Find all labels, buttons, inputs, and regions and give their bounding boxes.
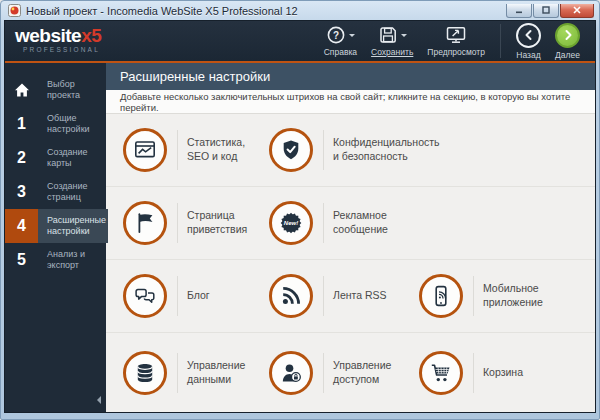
section-advertising-message[interactable]: New! Рекламное сообщение <box>269 201 419 245</box>
sidebar-collapse-icon[interactable] <box>93 396 101 404</box>
page-description: Добавьте несколько заключительных штрихо… <box>106 90 595 114</box>
grid-row: Управление данными <box>106 333 595 412</box>
page-title: Расширенные настройки <box>106 63 595 90</box>
new-badge-text: New! <box>284 220 298 226</box>
new-badge-icon: New! <box>269 201 313 245</box>
user-lock-icon <box>269 351 313 395</box>
item-divider <box>323 353 324 393</box>
item-divider <box>473 276 474 316</box>
database-icon <box>123 351 167 395</box>
section-rss-feed[interactable]: Лента RSS <box>269 274 419 318</box>
sidebar-item-step5[interactable]: 5 Анализ и экспорт <box>5 243 106 277</box>
item-divider <box>177 276 178 316</box>
sidebar-item-label: Выбор проекта <box>38 73 106 107</box>
section-label: Конфиденциальность и безопасность <box>333 136 425 163</box>
sidebar-item-step2[interactable]: 2 Создание карты <box>5 141 106 175</box>
section-blog[interactable]: Блог <box>123 274 269 318</box>
item-divider <box>323 203 324 243</box>
logo-tagline: PROFESSIONAL <box>23 47 101 54</box>
section-label: Блог <box>187 289 269 303</box>
save-label: Сохранить <box>371 47 413 57</box>
preview-button[interactable]: Предпросмотр <box>427 25 485 57</box>
app-icon <box>8 4 21 17</box>
preview-label: Предпросмотр <box>427 47 485 57</box>
minimize-icon <box>515 6 523 14</box>
section-data-management[interactable]: Управление данными <box>123 351 269 395</box>
brand-logo: websitex5 PROFESSIONAL <box>15 26 101 54</box>
save-button[interactable]: Сохранить <box>371 25 413 57</box>
stats-icon <box>123 128 167 172</box>
sections-grid: Статистика, SEO и код Конфиденциальность… <box>106 114 595 412</box>
maximize-button[interactable] <box>533 4 559 18</box>
home-icon <box>5 73 38 107</box>
minimize-button[interactable] <box>506 4 532 18</box>
save-icon <box>378 25 398 45</box>
window-controls <box>506 4 594 18</box>
close-icon <box>573 6 581 14</box>
item-divider <box>323 130 324 170</box>
step-number: 4 <box>5 209 38 243</box>
sidebar-item-step1[interactable]: 1 Общие настройки <box>5 107 106 141</box>
maximize-icon <box>542 6 550 14</box>
content-panel: Расширенные настройки Добавьте несколько… <box>106 63 595 412</box>
sidebar-item-label: Создание карты <box>38 141 106 175</box>
app-window: Новый проект - Incomedia WebSite X5 Prof… <box>0 0 600 420</box>
sidebar-item-label: Создание страниц <box>38 175 106 209</box>
shield-icon <box>269 128 313 172</box>
step-number: 5 <box>5 243 38 277</box>
section-label: Управление данными <box>187 359 269 386</box>
svg-text:?: ? <box>333 30 339 41</box>
close-button[interactable] <box>560 4 594 18</box>
item-divider <box>177 203 178 243</box>
item-divider <box>177 130 178 170</box>
grid-row: Статистика, SEO и код Конфиденциальность… <box>106 114 595 187</box>
cart-icon <box>419 351 463 395</box>
titlebar: Новый проект - Incomedia WebSite X5 Prof… <box>4 1 596 20</box>
section-label: Страница приветствия <box>187 209 269 236</box>
sidebar-item-step3[interactable]: 3 Создание страниц <box>5 175 106 209</box>
back-label: Назад <box>516 50 540 60</box>
logo-wordmark: websitex5 <box>15 26 101 45</box>
step-number: 1 <box>5 107 38 141</box>
window-title: Новый проект - Incomedia WebSite X5 Prof… <box>26 5 500 17</box>
next-label: Далее <box>555 50 580 60</box>
grid-row: Блог Лента RSS <box>106 260 595 333</box>
section-label: Лента RSS <box>333 289 419 303</box>
sidebar-item-label: Анализ и экспорт <box>38 243 106 277</box>
sidebar-item-step4-active[interactable]: 4 Расширенные настройки <box>5 209 106 243</box>
section-welcome-page[interactable]: Страница приветствия <box>123 201 269 245</box>
next-button[interactable]: Далее <box>555 23 580 60</box>
blog-icon <box>123 274 167 318</box>
preview-icon <box>445 25 467 45</box>
dropdown-caret-icon <box>401 34 407 40</box>
section-label: Мобильное приложение <box>483 282 565 309</box>
section-privacy-security[interactable]: Конфиденциальность и безопасность <box>269 128 419 172</box>
section-statistics-seo[interactable]: Статистика, SEO и код <box>123 128 269 172</box>
grid-row: Страница приветствия <box>106 187 595 260</box>
sidebar-item-project-selection[interactable]: Выбор проекта <box>5 73 106 107</box>
back-button[interactable]: Назад <box>516 23 541 60</box>
help-button[interactable]: ? Справка <box>324 25 357 57</box>
toolbar-separator <box>500 24 501 58</box>
item-divider <box>177 353 178 393</box>
section-label: Статистика, SEO и код <box>187 136 269 163</box>
help-icon: ? <box>326 25 346 45</box>
section-shopping-cart[interactable]: Корзина <box>419 351 565 395</box>
logo-brand: website <box>15 25 81 46</box>
toolbar: websitex5 PROFESSIONAL ? Справка <box>5 21 595 61</box>
section-mobile-app[interactable]: Мобильное приложение <box>419 274 565 318</box>
sidebar-item-label: Расширенные настройки <box>38 209 108 243</box>
main-body: Выбор проекта 1 Общие настройки 2 Создан… <box>5 63 595 412</box>
section-label: Рекламное сообщение <box>333 209 419 236</box>
sidebar-item-label: Общие настройки <box>38 107 106 141</box>
app-frame: websitex5 PROFESSIONAL ? Справка <box>4 20 596 413</box>
rss-icon <box>269 274 313 318</box>
section-access-management[interactable]: Управление доступом <box>269 351 419 395</box>
logo-accent: x5 <box>81 25 101 46</box>
chevron-left-icon <box>523 29 535 41</box>
steps-sidebar: Выбор проекта 1 Общие настройки 2 Создан… <box>5 63 106 412</box>
chevron-right-icon <box>562 29 574 41</box>
item-divider <box>323 276 324 316</box>
flag-icon <box>123 201 167 245</box>
section-label: Корзина <box>483 366 565 380</box>
